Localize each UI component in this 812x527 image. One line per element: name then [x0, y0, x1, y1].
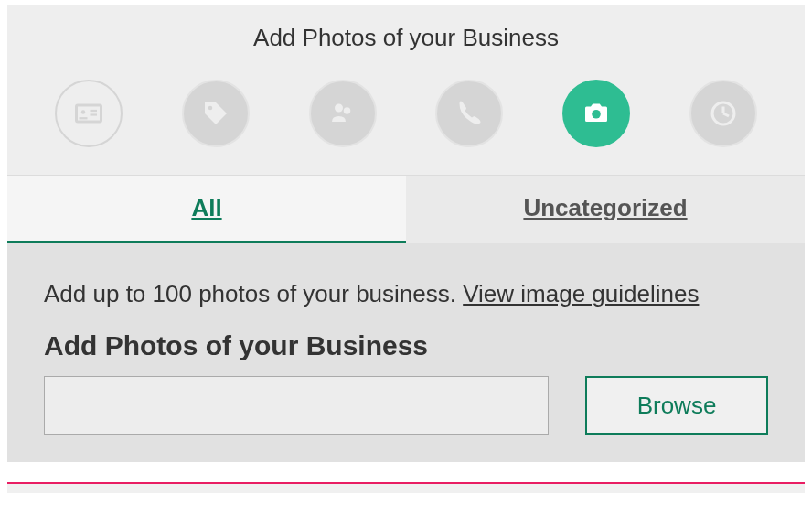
footer-bar	[7, 484, 805, 493]
tab-uncategorized[interactable]: Uncategorized	[406, 176, 805, 243]
svg-point-7	[343, 107, 350, 114]
phone-icon	[453, 97, 486, 130]
svg-point-5	[208, 106, 213, 111]
step-business-info[interactable]	[55, 80, 123, 147]
step-nav	[7, 70, 805, 175]
tag-icon	[199, 97, 232, 130]
step-hours[interactable]	[689, 80, 757, 147]
browse-button[interactable]: Browse	[585, 376, 768, 435]
clock-icon	[707, 97, 740, 130]
step-phone[interactable]	[435, 80, 503, 147]
content-area: Add up to 100 photos of your business. V…	[7, 243, 805, 462]
tabs: All Uncategorized	[7, 175, 805, 243]
step-photos[interactable]	[562, 80, 630, 147]
svg-line-11	[723, 113, 729, 116]
section-heading: Add Photos of your Business	[44, 330, 768, 361]
file-path-input[interactable]	[44, 376, 549, 435]
id-card-icon	[72, 97, 105, 130]
camera-icon	[580, 97, 613, 130]
tab-all[interactable]: All	[7, 176, 406, 243]
page-title: Add Photos of your Business	[7, 5, 805, 70]
guidelines-link[interactable]: View image guidelines	[463, 280, 699, 307]
people-icon	[326, 97, 359, 130]
panel: Add Photos of your Business	[7, 5, 805, 462]
step-people[interactable]	[309, 80, 377, 147]
step-tags[interactable]	[182, 80, 250, 147]
upload-row: Browse	[44, 376, 768, 435]
svg-point-1	[81, 110, 86, 114]
svg-point-6	[335, 104, 343, 113]
info-prefix: Add up to 100 photos of your business.	[44, 280, 463, 307]
info-text: Add up to 100 photos of your business. V…	[44, 280, 768, 308]
svg-point-8	[592, 110, 601, 119]
